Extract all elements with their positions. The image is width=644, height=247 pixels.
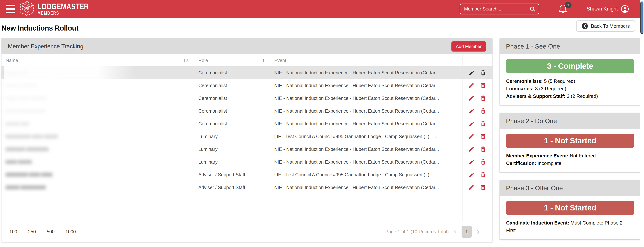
table-row[interactable]: ████ ████ ██████ Ceremonialist NIE - Nat… [2, 92, 492, 104]
edit-row-button[interactable] [468, 82, 475, 89]
scrollbar-thumb[interactable] [640, 2, 644, 34]
page-header: New Inductions Rollout Back To Members [0, 18, 644, 38]
page-size-250[interactable]: 250 [28, 229, 36, 234]
delete-row-button[interactable] [480, 133, 486, 140]
member-role: Luminary [194, 146, 270, 152]
member-role: Adviser / Support Staff [194, 185, 270, 190]
delete-row-button[interactable] [480, 159, 486, 165]
member-name-redacted: █████ ██████ [6, 84, 38, 87]
edit-row-button[interactable] [468, 133, 475, 140]
member-event: LIE - Test Council A Council #995 Ganhat… [270, 172, 462, 178]
member-role: Luminary [194, 159, 270, 165]
delete-row-button[interactable] [480, 70, 486, 76]
member-name-redacted: ███████ ████████ [6, 147, 48, 151]
column-header-event[interactable]: Event [270, 58, 462, 63]
table-row[interactable]: ████ █████ Luminary NIE - National Induc… [2, 156, 492, 168]
member-name-redacted: ████████ ████ ████ [6, 173, 52, 176]
edit-row-button[interactable] [468, 159, 475, 165]
edit-row-button[interactable] [468, 146, 475, 152]
member-role: Ceremonialist [194, 96, 270, 101]
user-name: Shawn Knight [586, 6, 618, 12]
member-event: NIE - National Induction Experience - Hu… [270, 185, 462, 190]
phase-sidebar: Phase 1 - See One 3 - Complete Ceremonia… [500, 38, 641, 247]
page-size-1000[interactable]: 1000 [65, 229, 76, 234]
member-role: Ceremonialist [194, 83, 270, 88]
table-column-header-row: Name ↑2 Role ↑1 Event [2, 54, 492, 66]
search-icon[interactable] [529, 6, 536, 12]
add-member-button[interactable]: Add Member [452, 42, 486, 52]
delete-row-button[interactable] [480, 120, 486, 127]
member-event: NIE - National Induction Experience - Hu… [270, 159, 462, 165]
member-search-input[interactable] [464, 6, 529, 12]
edit-row-button[interactable] [468, 70, 475, 76]
member-event: NIE - National Induction Experience - Hu… [270, 108, 462, 114]
member-name-redacted: █████ █████████ [6, 186, 46, 189]
phase-2-detail: Certification: Incomplete [506, 160, 634, 167]
member-event: NIE - National Induction Experience - Hu… [270, 83, 462, 88]
delete-row-button[interactable] [480, 172, 486, 178]
user-menu[interactable]: Shawn Knight [586, 5, 629, 13]
column-header-role[interactable]: Role ↑1 [194, 58, 270, 63]
table-row[interactable]: ████ ███ Ceremonialist NIE - National In… [2, 66, 492, 79]
member-name-redacted: █████ ███ [6, 122, 29, 126]
table-row[interactable]: █████ █████████ Adviser / Support Staff … [2, 181, 492, 194]
sort-indicator-name: ↑2 [184, 58, 188, 63]
user-avatar-icon [621, 5, 629, 13]
delete-row-button[interactable] [480, 184, 486, 190]
notification-count-badge: 1 [565, 2, 572, 8]
column-divider [462, 54, 462, 221]
phase-1-detail: Luminaries: 3 (3 Required) [506, 85, 634, 92]
previous-page-button[interactable]: ‹ [454, 228, 457, 236]
phase-3-detail: Candidate Induction Event: Must Complete… [506, 219, 626, 234]
table-row[interactable]: █████████ ████ █████ Luminary LIE - Test… [2, 130, 492, 143]
table-body: ████ ███ Ceremonialist NIE - National In… [2, 66, 492, 194]
hamburger-menu-icon[interactable] [6, 5, 15, 13]
member-name-redacted: █████████ ████ █████ [6, 134, 58, 138]
phase-3-status-badge: 1 - Not Started [506, 201, 634, 215]
phase-3-card: Phase 3 - Offer One 1 - Not Started Cand… [500, 180, 641, 239]
edit-row-button[interactable] [468, 120, 475, 127]
edit-row-button[interactable] [468, 184, 475, 190]
member-name-redacted: ████ ████ ██████ [6, 96, 47, 100]
delete-row-button[interactable] [480, 95, 486, 102]
panel-header: Member Experience Tracking Add Member [2, 38, 492, 54]
app-logo[interactable]: LODGEMASTER MEMBERS [20, 0, 102, 18]
member-name-redacted: ████ █████ [6, 160, 32, 164]
delete-row-button[interactable] [480, 82, 486, 89]
column-header-name[interactable]: Name ↑2 [2, 58, 194, 63]
delete-row-button[interactable] [480, 108, 486, 114]
edit-row-button[interactable] [468, 108, 475, 114]
delete-row-button[interactable] [480, 146, 486, 152]
table-row[interactable]: ████████ ████ ████ Adviser / Support Sta… [2, 168, 492, 181]
edit-row-button[interactable] [468, 172, 475, 178]
member-experience-tracking-panel: Member Experience Tracking Add Member Na… [2, 38, 492, 242]
phase-2-detail: Member Experience Event: Not Entered [506, 152, 634, 160]
phase-1-status-badge: 3 - Complete [506, 59, 634, 73]
member-search-box [460, 4, 539, 14]
page-title: New Inductions Rollout [2, 24, 78, 32]
phase-2-card: Phase 2 - Do One 1 - Not Started Member … [500, 113, 641, 172]
table-row[interactable]: ███████ ████████ Luminary NIE - National… [2, 143, 492, 156]
table-footer: 100 250 500 1000 Page 1 of 1 (10 Records… [2, 221, 492, 242]
member-role: Ceremonialist [194, 108, 270, 114]
table-row[interactable]: █████ ███ Ceremonialist NIE - National I… [2, 117, 492, 130]
notifications-button[interactable]: 1 [558, 3, 568, 15]
phase-1-detail: Advisers & Support Staff: 2 (2 Required) [506, 92, 634, 100]
next-page-button[interactable]: › [476, 228, 480, 236]
back-chevron-icon [582, 23, 588, 30]
member-event: NIE - National Induction Experience - Hu… [270, 70, 462, 76]
current-page-button[interactable]: 1 [462, 226, 472, 238]
app-title: LODGEMASTER [38, 2, 89, 11]
page-info: Page 1 of 1 (10 Records Total) [385, 229, 449, 234]
phase-1-detail: Ceremonialists: 5 (5 Required) [506, 78, 634, 85]
table-row[interactable]: ████ ██████████ Ceremonialist NIE - Nati… [2, 104, 492, 117]
phase-2-status-badge: 1 - Not Started [506, 134, 634, 148]
phase-3-title: Phase 3 - Offer One [500, 180, 641, 196]
back-to-members-button[interactable]: Back To Members [576, 20, 635, 32]
column-divider [194, 54, 194, 221]
member-name-redacted: ████ ███ [6, 71, 26, 74]
page-size-100[interactable]: 100 [9, 229, 17, 234]
table-row[interactable]: █████ ██████ Ceremonialist NIE - Nationa… [2, 79, 492, 92]
page-size-500[interactable]: 500 [47, 229, 54, 234]
edit-row-button[interactable] [468, 95, 475, 102]
